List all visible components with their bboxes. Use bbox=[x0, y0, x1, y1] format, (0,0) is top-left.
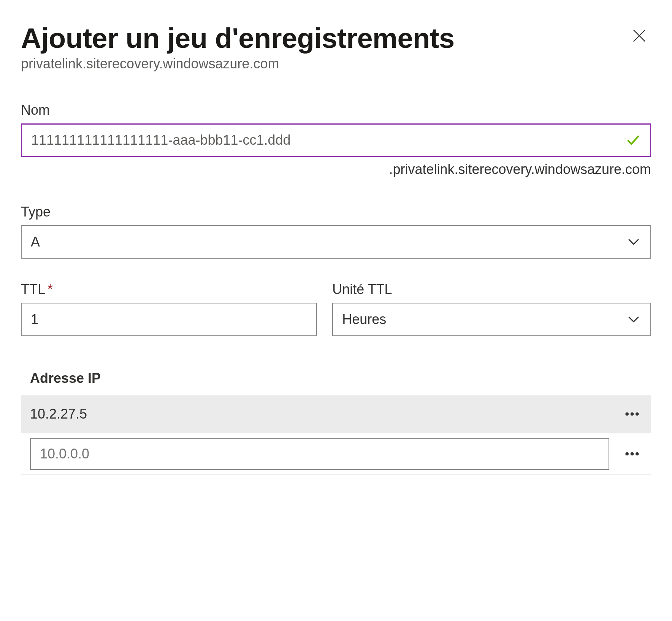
panel-title: Ajouter un jeu d'enregistrements bbox=[21, 23, 455, 54]
svg-point-2 bbox=[625, 412, 629, 416]
ip-row-new bbox=[21, 433, 651, 475]
ip-row-more-button[interactable] bbox=[617, 442, 647, 465]
required-asterisk: * bbox=[48, 281, 53, 297]
ttl-unit-select-value: Heures bbox=[342, 311, 386, 327]
svg-point-5 bbox=[625, 452, 629, 456]
ip-section-header: Adresse IP bbox=[21, 370, 651, 395]
chevron-down-icon bbox=[626, 234, 641, 250]
name-label: Nom bbox=[21, 102, 651, 118]
name-input-container bbox=[21, 123, 651, 157]
svg-point-6 bbox=[631, 452, 634, 456]
name-input[interactable] bbox=[31, 132, 623, 148]
ttl-unit-label: Unité TTL bbox=[332, 281, 651, 297]
type-select[interactable]: A bbox=[21, 225, 651, 259]
ttl-input[interactable] bbox=[21, 303, 317, 336]
ip-row-more-button[interactable] bbox=[617, 403, 647, 425]
name-suffix: .privatelink.siterecovery.windowsazure.c… bbox=[21, 161, 651, 177]
svg-point-4 bbox=[636, 412, 639, 416]
ttl-unit-select[interactable]: Heures bbox=[332, 303, 651, 336]
svg-point-7 bbox=[636, 452, 639, 456]
ttl-label-text: TTL bbox=[21, 281, 45, 297]
type-label: Type bbox=[21, 204, 651, 220]
ttl-label: TTL* bbox=[21, 281, 317, 297]
checkmark-icon bbox=[625, 132, 642, 149]
chevron-down-icon bbox=[626, 312, 641, 327]
svg-point-3 bbox=[631, 412, 634, 416]
panel-subtitle: privatelink.siterecovery.windowsazure.co… bbox=[21, 56, 651, 72]
close-button[interactable] bbox=[624, 23, 651, 48]
ip-row: 10.2.27.5 bbox=[21, 395, 651, 433]
ip-value: 10.2.27.5 bbox=[30, 406, 617, 422]
type-select-value: A bbox=[31, 234, 40, 250]
ip-new-input[interactable] bbox=[30, 438, 609, 470]
